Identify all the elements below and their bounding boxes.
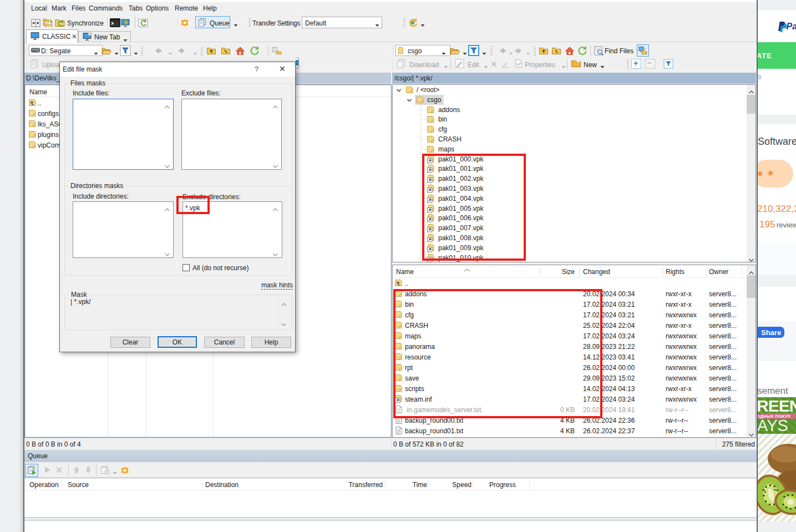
svg-text:Pa: Pa [787,22,796,31]
